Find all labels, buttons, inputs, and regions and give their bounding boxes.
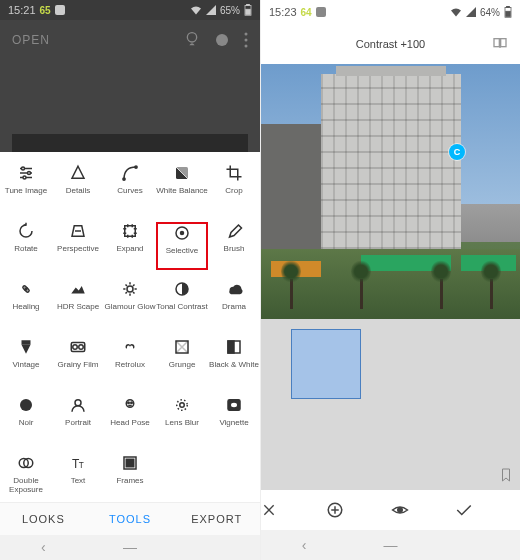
tool-label: Head Pose	[110, 419, 150, 428]
tool-label: Selective	[166, 247, 198, 256]
left-screenshot: 15:21 65 65% OPEN	[0, 0, 260, 560]
tonal-contrast-tool-icon	[173, 280, 191, 298]
grainy-film-tool[interactable]: Grainy Film	[52, 338, 104, 386]
tool-label: Perspective	[57, 245, 99, 254]
more-icon[interactable]	[244, 32, 248, 48]
tab-export[interactable]: EXPORT	[173, 503, 260, 534]
signal-icon	[466, 7, 476, 17]
nav-home[interactable]: ―	[347, 537, 433, 553]
perspective-tool-icon	[69, 222, 87, 240]
tool-label: White Balance	[156, 187, 208, 196]
apply-button[interactable]	[455, 503, 520, 517]
signal-icon	[206, 5, 216, 15]
cancel-button[interactable]	[261, 502, 326, 518]
tool-label: Details	[66, 187, 90, 196]
tab-tools[interactable]: TOOLS	[87, 503, 174, 534]
frames-tool[interactable]: Frames	[104, 454, 156, 502]
vintage-tool[interactable]: Vintage	[0, 338, 52, 386]
svg-rect-58	[501, 39, 506, 47]
crop-tool[interactable]: Crop	[208, 164, 260, 212]
frames-tool-icon	[121, 454, 139, 472]
details-tool[interactable]: Details	[52, 164, 104, 212]
grainy-film-tool-icon	[69, 338, 87, 356]
bookmark-icon[interactable]	[500, 468, 512, 482]
tool-label: Portrait	[65, 419, 91, 428]
status-bar: 15:21 65 65%	[0, 0, 260, 20]
battery-icon	[244, 4, 252, 16]
tool-label: Grainy Film	[58, 361, 99, 370]
hdr-scape-tool[interactable]: HDR Scape	[52, 280, 104, 328]
expand-tool[interactable]: Expand	[104, 222, 156, 270]
preview-button[interactable]	[391, 504, 456, 516]
svg-rect-52	[126, 459, 134, 467]
glamour-glow-tool[interactable]: Glamour Glow	[104, 280, 156, 328]
tool-label: Rotate	[14, 245, 38, 254]
svg-rect-55	[507, 6, 510, 8]
tool-label: Retrolux	[115, 361, 145, 370]
svg-marker-31	[22, 345, 31, 354]
double-exposure-tool[interactable]: Double Exposure	[0, 454, 52, 502]
selective-point[interactable]: C	[449, 144, 465, 160]
svg-point-17	[135, 166, 137, 168]
drama-tool[interactable]: Drama	[208, 280, 260, 328]
nav-back[interactable]: ‹	[0, 539, 87, 555]
wifi-icon	[190, 5, 202, 15]
image-info-icon[interactable]	[184, 32, 200, 48]
tab-looks[interactable]: LOOKS	[0, 503, 87, 534]
svg-rect-2	[247, 4, 250, 6]
android-navbar: ‹ ―	[0, 535, 260, 560]
slider-area[interactable]	[261, 319, 520, 490]
bottom-tabs: LOOKS TOOLS EXPORT	[0, 502, 260, 534]
status-temp: 64	[301, 7, 312, 18]
noir-tool[interactable]: Noir	[0, 396, 52, 444]
tool-label: Tonal Contrast	[156, 303, 208, 312]
tools-panel: Tune ImageDetailsCurvesWhite BalanceCrop…	[0, 152, 260, 502]
brush-tool[interactable]: Brush	[208, 222, 260, 270]
portrait-tool[interactable]: Portrait	[52, 396, 104, 444]
tool-label: Crop	[225, 187, 242, 196]
tool-label: Grunge	[169, 361, 196, 370]
healing-tool[interactable]: Healing	[0, 280, 52, 328]
rotate-tool[interactable]: Rotate	[0, 222, 52, 270]
lens-blur-tool[interactable]: Lens Blur	[156, 396, 208, 444]
white-balance-tool[interactable]: White Balance	[156, 164, 208, 212]
black-white-tool-icon	[225, 338, 243, 356]
curves-tool[interactable]: Curves	[104, 164, 156, 212]
adjustment-title: Contrast +100	[356, 38, 425, 50]
selective-tool[interactable]: Selective	[156, 222, 208, 270]
svg-point-4	[187, 33, 196, 42]
svg-point-42	[131, 402, 133, 404]
vignette-tool[interactable]: Vignette	[208, 396, 260, 444]
svg-point-28	[127, 286, 133, 292]
add-point-button[interactable]	[326, 501, 391, 519]
nav-home[interactable]: ―	[87, 539, 174, 555]
svg-rect-21	[125, 226, 136, 237]
retrolux-tool[interactable]: Retrolux	[104, 338, 156, 386]
info-icon[interactable]	[214, 32, 230, 48]
app-icon	[316, 7, 326, 17]
hdr-scape-tool-icon	[69, 280, 87, 298]
tool-label: HDR Scape	[57, 303, 99, 312]
text-tool[interactable]: TTText	[52, 454, 104, 502]
svg-point-16	[123, 178, 125, 180]
head-pose-tool[interactable]: Head Pose	[104, 396, 156, 444]
open-button[interactable]: OPEN	[12, 33, 50, 47]
app-icon	[55, 5, 65, 15]
grunge-tool[interactable]: Grunge	[156, 338, 208, 386]
vignette-tool-icon	[225, 396, 243, 414]
perspective-tool[interactable]: Perspective	[52, 222, 104, 270]
editor-actions	[261, 490, 520, 530]
black-white-tool[interactable]: Black & White	[208, 338, 260, 386]
svg-point-43	[180, 403, 185, 408]
tutorial-icon[interactable]	[492, 36, 508, 52]
tonal-contrast-tool[interactable]: Tonal Contrast	[156, 280, 208, 328]
right-screenshot: 15:23 64 64% Contrast +100	[260, 0, 520, 560]
nav-back[interactable]: ‹	[261, 537, 347, 553]
photo-preview[interactable]: C	[261, 64, 520, 319]
tune-image-tool[interactable]: Tune Image	[0, 164, 52, 212]
tune-image-tool-icon	[17, 164, 35, 182]
tool-label: Tune Image	[5, 187, 47, 196]
head-pose-tool-icon	[121, 396, 139, 414]
adjustment-header: Contrast +100	[261, 24, 520, 64]
slider-thumb[interactable]	[291, 329, 361, 399]
